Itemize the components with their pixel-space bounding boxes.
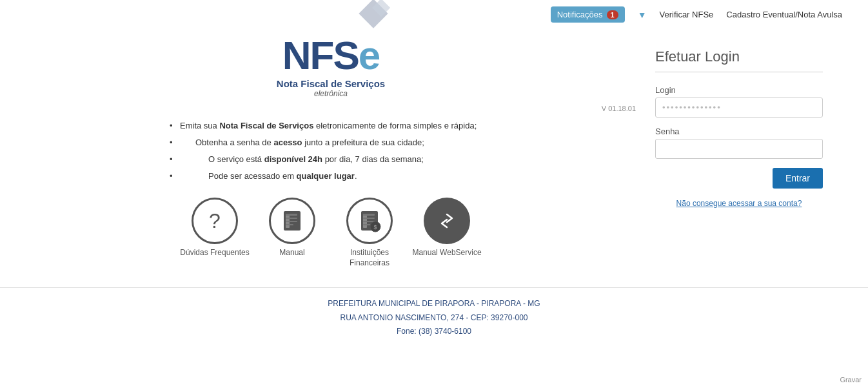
login-panel: Efetuar Login Login Senha Entrar Não con… bbox=[636, 29, 842, 268]
login-title: Efetuar Login bbox=[655, 48, 823, 72]
svg-rect-13 bbox=[363, 224, 371, 225]
svg-rect-4 bbox=[286, 214, 297, 216]
top-navigation: Notificações 1 ▼ Verificar NFSe Cadastro… bbox=[0, 0, 868, 29]
bold-acesso: acesso bbox=[273, 138, 302, 147]
finance-label: Instituições Financeiras bbox=[334, 248, 405, 268]
svg-rect-6 bbox=[286, 221, 297, 222]
list-item: Pode ser acessado em qualquer lugar. bbox=[170, 168, 492, 185]
left-panel: NFSe Nota Fiscal de Serviços eletrônica … bbox=[26, 29, 636, 268]
notifications-button[interactable]: Notificações 1 bbox=[551, 6, 625, 23]
svg-text:$: $ bbox=[373, 224, 377, 231]
gravar-button[interactable]: Gravar bbox=[840, 376, 862, 384]
finance-icon: $ bbox=[346, 198, 393, 244]
icons-row: ? Dúvidas Frequentes Manual bbox=[179, 198, 482, 268]
footer-line3: Fone: (38) 3740-6100 bbox=[9, 325, 859, 339]
finance-icon-item[interactable]: $ Instituições Financeiras bbox=[334, 198, 405, 268]
main-container: NFSe Nota Fiscal de Serviços eletrônica … bbox=[0, 29, 868, 268]
notifications-label: Notificações bbox=[557, 10, 603, 19]
list-item: Obtenha a senha de acesso junto a prefei… bbox=[170, 134, 492, 151]
info-list: Emita sua Nota Fiscal de Serviços eletro… bbox=[170, 118, 492, 185]
svg-rect-5 bbox=[286, 218, 297, 219]
footer: PREFEITURA MUNICIPAL DE PIRAPORA - PIRAP… bbox=[0, 288, 868, 348]
list-item: Emita sua Nota Fiscal de Serviços eletro… bbox=[170, 118, 492, 134]
logo-subtitle2: eletrônica bbox=[277, 89, 385, 98]
manual-icon-item[interactable]: Manual bbox=[257, 198, 328, 268]
bold-nfs: Nota Fiscal de Serviços bbox=[219, 121, 313, 130]
manual-icon bbox=[269, 198, 315, 244]
cadastro-eventual-link[interactable]: Cadastro Eventual/Nota Avulsa bbox=[726, 10, 842, 19]
bold-qualquer-lugar: qualquer lugar bbox=[297, 171, 355, 181]
logo-diamonds bbox=[350, 0, 402, 39]
list-item: O serviço está disponível 24h por dia, 7… bbox=[170, 151, 492, 168]
svg-rect-7 bbox=[286, 224, 293, 225]
forgot-link[interactable]: Não consegue acessar a sua conta? bbox=[655, 195, 823, 208]
webservice-icon-item[interactable]: Manual WebService bbox=[411, 198, 482, 268]
footer-line2: RUA ANTONIO NASCIMENTO, 274 - CEP: 39270… bbox=[9, 311, 859, 325]
entrar-button[interactable]: Entrar bbox=[773, 168, 823, 189]
logo-nfs-text: NFSe bbox=[282, 33, 379, 77]
version-text: V 01.18.01 bbox=[602, 105, 636, 112]
verify-nfse-link[interactable]: Verificar NFSe bbox=[659, 10, 713, 19]
login-label: Login bbox=[655, 85, 823, 95]
logo-subtitle: Nota Fiscal de Serviços bbox=[277, 78, 385, 89]
login-input[interactable] bbox=[655, 98, 823, 118]
faq-icon: ? bbox=[192, 198, 238, 244]
faq-label: Dúvidas Frequentes bbox=[180, 248, 249, 258]
webservice-label: Manual WebService bbox=[412, 248, 481, 258]
webservice-icon bbox=[424, 198, 470, 244]
notifications-badge: 1 bbox=[607, 10, 618, 19]
notifications-arrow[interactable]: ▼ bbox=[638, 10, 647, 20]
logo-container: NFSe Nota Fiscal de Serviços eletrônica bbox=[277, 36, 385, 98]
senha-label: Senha bbox=[655, 127, 823, 136]
senha-input[interactable] bbox=[655, 139, 823, 159]
footer-line1: PREFEITURA MUNICIPAL DE PIRAPORA - PIRAP… bbox=[9, 297, 859, 311]
manual-label: Manual bbox=[279, 248, 304, 258]
faq-icon-item[interactable]: ? Dúvidas Frequentes bbox=[179, 198, 250, 268]
svg-rect-10 bbox=[363, 214, 375, 216]
svg-rect-11 bbox=[363, 218, 375, 219]
bold-disponivel: disponível 24h bbox=[264, 154, 322, 164]
